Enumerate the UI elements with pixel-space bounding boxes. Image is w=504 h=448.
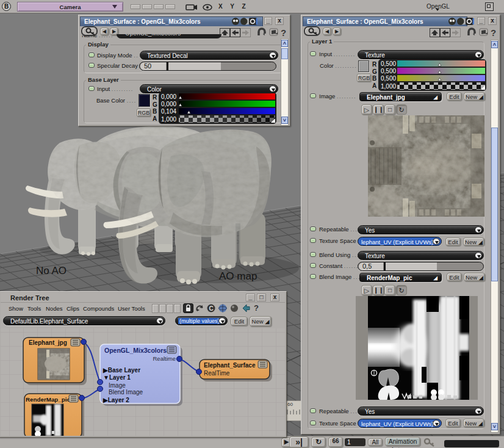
svg-text:1,000: 1,000 bbox=[381, 83, 396, 90]
svg-text:0,500: 0,500 bbox=[381, 60, 396, 67]
svg-text:0,000: 0,000 bbox=[161, 93, 176, 100]
svg-text:?: ? bbox=[491, 27, 496, 38]
svg-text:Blend Image: Blend Image bbox=[109, 389, 143, 396]
svg-text:C: C bbox=[209, 305, 214, 312]
svg-text:▶Layer 2: ▶Layer 2 bbox=[103, 397, 129, 403]
svg-text:?: ? bbox=[281, 27, 286, 38]
svg-text:0,000: 0,000 bbox=[161, 101, 176, 107]
svg-text:1,000: 1,000 bbox=[161, 116, 176, 123]
svg-text:0,104: 0,104 bbox=[161, 108, 176, 115]
svg-text:▶Base Layer: ▶Base Layer bbox=[103, 367, 140, 374]
svg-text:0,500: 0,500 bbox=[381, 75, 396, 82]
svg-text:Elephant_Surface: Elephant_Surface bbox=[204, 362, 256, 369]
svg-text:0,500: 0,500 bbox=[381, 68, 396, 74]
svg-text:▼Layer 1: ▼Layer 1 bbox=[103, 374, 131, 381]
svg-text:RealTime: RealTime bbox=[204, 370, 230, 377]
svg-text:RenderMap_pic: RenderMap_pic bbox=[26, 396, 71, 403]
svg-text:No AO: No AO bbox=[36, 265, 67, 276]
svg-text:Image: Image bbox=[109, 382, 126, 389]
svg-text:AO map: AO map bbox=[219, 270, 257, 282]
svg-text:Realtime: Realtime bbox=[153, 355, 176, 362]
svg-text:Elephant_jpg: Elephant_jpg bbox=[29, 339, 67, 346]
svg-text:OpenGL_Mix3colors: OpenGL_Mix3colors bbox=[104, 347, 167, 354]
